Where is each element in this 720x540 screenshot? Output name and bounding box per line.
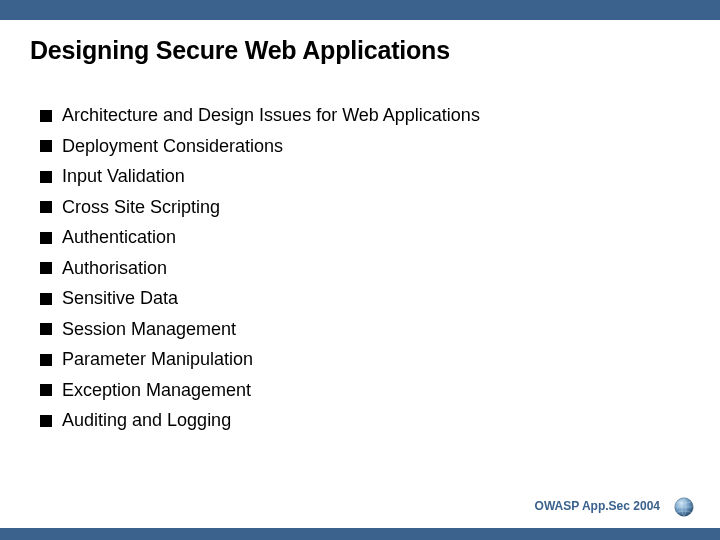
list-item: Architecture and Design Issues for Web A… bbox=[40, 105, 680, 126]
bullet-text: Auditing and Logging bbox=[62, 410, 231, 431]
bullet-text: Architecture and Design Issues for Web A… bbox=[62, 105, 480, 126]
bullet-text: Deployment Considerations bbox=[62, 136, 283, 157]
list-item: Sensitive Data bbox=[40, 288, 680, 309]
square-bullet-icon bbox=[40, 140, 52, 152]
bullet-text: Cross Site Scripting bbox=[62, 197, 220, 218]
square-bullet-icon bbox=[40, 262, 52, 274]
bullet-text: Session Management bbox=[62, 319, 236, 340]
list-item: Authorisation bbox=[40, 258, 680, 279]
list-item: Exception Management bbox=[40, 380, 680, 401]
slide: Designing Secure Web Applications Archit… bbox=[0, 0, 720, 540]
square-bullet-icon bbox=[40, 384, 52, 396]
list-item: Cross Site Scripting bbox=[40, 197, 680, 218]
square-bullet-icon bbox=[40, 171, 52, 183]
list-item: Parameter Manipulation bbox=[40, 349, 680, 370]
top-bar bbox=[0, 0, 720, 20]
square-bullet-icon bbox=[40, 232, 52, 244]
list-item: Auditing and Logging bbox=[40, 410, 680, 431]
bullet-list: Architecture and Design Issues for Web A… bbox=[40, 105, 680, 441]
square-bullet-icon bbox=[40, 110, 52, 122]
square-bullet-icon bbox=[40, 354, 52, 366]
footer-text: OWASP App.Sec 2004 bbox=[535, 499, 660, 513]
bullet-text: Exception Management bbox=[62, 380, 251, 401]
bottom-bar bbox=[0, 528, 720, 540]
list-item: Input Validation bbox=[40, 166, 680, 187]
square-bullet-icon bbox=[40, 415, 52, 427]
list-item: Session Management bbox=[40, 319, 680, 340]
bullet-text: Parameter Manipulation bbox=[62, 349, 253, 370]
slide-title: Designing Secure Web Applications bbox=[30, 36, 450, 65]
square-bullet-icon bbox=[40, 323, 52, 335]
list-item: Deployment Considerations bbox=[40, 136, 680, 157]
bullet-text: Authentication bbox=[62, 227, 176, 248]
list-item: Authentication bbox=[40, 227, 680, 248]
bullet-text: Sensitive Data bbox=[62, 288, 178, 309]
globe-icon bbox=[673, 496, 695, 518]
square-bullet-icon bbox=[40, 201, 52, 213]
bullet-text: Input Validation bbox=[62, 166, 185, 187]
bullet-text: Authorisation bbox=[62, 258, 167, 279]
square-bullet-icon bbox=[40, 293, 52, 305]
